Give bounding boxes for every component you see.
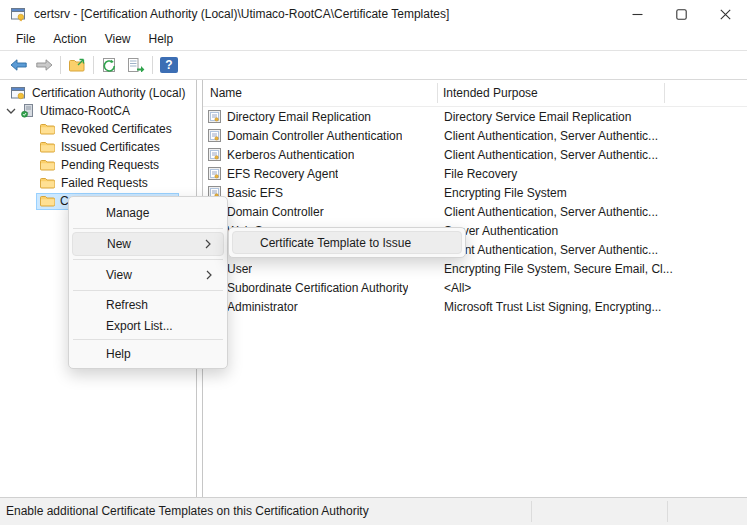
tree-item-certification-authority[interactable]: Certification Authority (Local) <box>0 84 196 102</box>
context-menu-item-export-list[interactable]: Export List... <box>69 315 227 336</box>
certificate-template-icon <box>208 148 221 161</box>
toolbar: ? <box>0 51 747 80</box>
context-menu-item-refresh[interactable]: Refresh <box>69 294 227 315</box>
column-header-intended-purpose[interactable]: Intended Purpose <box>438 83 665 103</box>
maximize-button[interactable] <box>659 0 703 28</box>
forward-arrow-icon <box>36 59 53 71</box>
template-purpose: Server Authentication <box>438 224 674 238</box>
export-list-icon <box>128 58 145 72</box>
tree-item-failed-requests[interactable]: Failed Requests <box>0 174 196 192</box>
template-name: Basic EFS <box>227 186 283 200</box>
context-menu-item-manage[interactable]: Manage <box>69 201 227 225</box>
toolbar-separator <box>152 56 153 74</box>
forward-button[interactable] <box>31 53 57 77</box>
toolbar-separator <box>93 56 94 74</box>
table-row[interactable]: Subordinate Certification Authority <All… <box>203 278 747 297</box>
submenu-item-certificate-template-to-issue[interactable]: Certificate Template to Issue <box>232 231 462 254</box>
status-text: Enable additional Certificate Templates … <box>6 504 369 518</box>
template-name: Subordinate Certification Authority <box>227 281 408 295</box>
menu-help[interactable]: Help <box>140 30 183 48</box>
context-menu-item-view[interactable]: View <box>69 263 227 287</box>
certsrv-console-icon <box>10 86 26 101</box>
menu-separator <box>73 290 223 291</box>
close-icon <box>720 9 731 20</box>
template-purpose: Client Authentication, Server Authentic.… <box>438 205 674 219</box>
template-name: EFS Recovery Agent <box>227 167 338 181</box>
close-button[interactable] <box>703 0 747 28</box>
export-list-button[interactable] <box>123 53 149 77</box>
certificate-template-icon <box>208 167 221 180</box>
column-header-name[interactable]: Name <box>203 83 438 103</box>
table-row[interactable]: Kerberos Authentication Client Authentic… <box>203 145 747 164</box>
template-name: Domain Controller <box>227 205 324 219</box>
tree-item-label: Pending Requests <box>61 158 159 172</box>
folder-icon <box>40 159 55 171</box>
table-row[interactable]: Domain Controller Authentication Client … <box>203 126 747 145</box>
refresh-button[interactable] <box>97 53 123 77</box>
server-check-icon <box>21 104 34 118</box>
maximize-icon <box>676 9 687 20</box>
template-purpose: File Recovery <box>438 167 674 181</box>
context-menu-item-help[interactable]: Help <box>69 343 227 364</box>
table-row[interactable]: Administrator Microsoft Trust List Signi… <box>203 297 747 316</box>
menu-separator <box>73 339 223 340</box>
tree-item-label: Certification Authority (Local) <box>32 86 185 100</box>
menu-item-label: Refresh <box>106 298 148 312</box>
menu-item-label: Help <box>106 347 131 361</box>
template-name: Kerberos Authentication <box>227 148 354 162</box>
menu-bar: File Action View Help <box>0 28 747 51</box>
title-bar: certsrv - [Certification Authority (Loca… <box>0 0 747 28</box>
tree-item-label: Issued Certificates <box>61 140 160 154</box>
list-header: Name Intended Purpose <box>203 80 747 107</box>
menu-file[interactable]: File <box>7 30 44 48</box>
folder-icon <box>40 141 55 153</box>
menu-view[interactable]: View <box>96 30 140 48</box>
template-purpose: Client Authentication, Server Authentic.… <box>438 148 674 162</box>
refresh-icon <box>102 58 118 73</box>
folder-icon <box>40 123 55 135</box>
tree-item-issued-certificates[interactable]: Issued Certificates <box>0 138 196 156</box>
template-purpose: <All> <box>438 281 674 295</box>
template-name: Domain Controller Authentication <box>227 129 402 143</box>
template-purpose: Client Authentication, Server Authentic.… <box>438 129 674 143</box>
context-menu: Manage New View Refresh Export List... H… <box>68 196 228 369</box>
table-row[interactable]: Basic EFS Encrypting File System <box>203 183 747 202</box>
tree-item-label: Failed Requests <box>61 176 148 190</box>
tree-item-utimaco-rootca[interactable]: Utimaco-RootCA <box>0 102 196 120</box>
minimize-button[interactable] <box>615 0 659 28</box>
table-row[interactable]: EFS Recovery Agent File Recovery <box>203 164 747 183</box>
template-purpose: Encrypting File System, Secure Email, Cl… <box>438 262 674 276</box>
status-separator <box>667 501 668 522</box>
tree-item-pending-requests[interactable]: Pending Requests <box>0 156 196 174</box>
help-button[interactable]: ? <box>156 53 182 77</box>
back-arrow-icon <box>10 59 27 71</box>
status-separator <box>531 501 532 522</box>
certsrv-app-icon <box>10 7 26 22</box>
console-tree-folder-icon <box>69 58 86 72</box>
back-button[interactable] <box>5 53 31 77</box>
show-console-tree-button[interactable] <box>64 53 90 77</box>
tree-item-label: Revoked Certificates <box>61 122 172 136</box>
menu-separator <box>73 259 223 260</box>
chevron-down-icon[interactable] <box>4 107 17 115</box>
toolbar-separator <box>60 56 61 74</box>
template-purpose: Encrypting File System <box>438 186 674 200</box>
folder-icon <box>40 177 55 189</box>
menu-action[interactable]: Action <box>44 30 95 48</box>
context-menu-item-new[interactable]: New <box>72 232 224 256</box>
templates-list-panel: Name Intended Purpose Directory Email Re… <box>203 80 747 497</box>
minimize-icon <box>632 9 643 20</box>
template-name: Administrator <box>227 300 298 314</box>
table-row[interactable]: User Encrypting File System, Secure Emai… <box>203 259 747 278</box>
menu-item-label: View <box>106 268 132 282</box>
menu-item-label: New <box>107 237 131 251</box>
certificate-template-icon <box>208 110 221 123</box>
tree-item-revoked-certificates[interactable]: Revoked Certificates <box>0 120 196 138</box>
tree-item-label: Utimaco-RootCA <box>40 104 130 118</box>
window-title: certsrv - [Certification Authority (Loca… <box>34 7 615 21</box>
template-name: Directory Email Replication <box>227 110 371 124</box>
chevron-right-icon <box>206 270 212 280</box>
table-row[interactable]: Directory Email Replication Directory Se… <box>203 107 747 126</box>
menu-separator <box>73 228 223 229</box>
table-row[interactable]: Domain Controller Client Authentication,… <box>203 202 747 221</box>
